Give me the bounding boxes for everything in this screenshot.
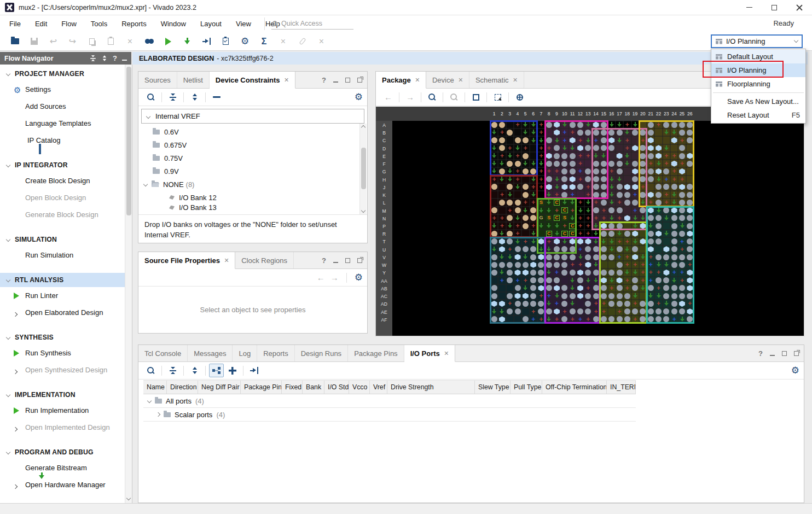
package-pin-cell[interactable]: + — [514, 230, 521, 237]
package-pin-cell[interactable] — [537, 160, 545, 167]
package-pin-cell[interactable]: C — [561, 207, 569, 214]
package-pin-cell[interactable]: + — [678, 176, 686, 183]
package-pin-cell[interactable] — [639, 253, 647, 261]
package-pin-cell[interactable]: + — [584, 230, 592, 237]
package-pin-cell[interactable] — [537, 222, 545, 230]
package-pin-cell[interactable] — [616, 316, 623, 323]
package-pin-cell[interactable] — [521, 230, 529, 237]
package-pin-cell[interactable] — [490, 308, 498, 316]
package-pin-cell[interactable] — [608, 152, 616, 160]
package-pin-cell[interactable] — [663, 128, 670, 136]
bottom-tab-design-runs[interactable]: Design Runs — [295, 345, 348, 361]
package-pin-cell[interactable] — [686, 316, 694, 323]
package-pin-cell[interactable] — [521, 167, 529, 175]
package-pin-cell[interactable] — [521, 222, 529, 230]
package-pin-cell[interactable] — [616, 128, 623, 136]
package-pin-cell[interactable]: + — [521, 277, 529, 284]
panel-minimize-button[interactable] — [333, 81, 338, 83]
package-pin-cell[interactable] — [569, 284, 576, 292]
package-pin-cell[interactable] — [670, 144, 678, 152]
package-pin-cell[interactable] — [490, 191, 498, 198]
package-pin-cell[interactable] — [490, 121, 498, 128]
package-pin-cell[interactable] — [537, 300, 545, 307]
package-pin-cell[interactable] — [600, 237, 607, 245]
package-pin-cell[interactable] — [616, 167, 623, 175]
package-pin-cell[interactable] — [678, 191, 686, 198]
package-pin-cell[interactable] — [561, 152, 569, 160]
package-pin-cell[interactable] — [545, 246, 553, 253]
package-pin-cell[interactable] — [647, 308, 654, 316]
package-pin-cell[interactable] — [639, 167, 647, 175]
package-pin-cell[interactable] — [498, 253, 506, 261]
package-pin-cell[interactable] — [530, 277, 537, 284]
package-pin-cell[interactable]: + — [631, 207, 639, 214]
package-pin-cell[interactable] — [639, 300, 647, 307]
package-pin-cell[interactable]: + — [647, 253, 654, 261]
package-pin-cell[interactable] — [639, 121, 647, 128]
package-pin-cell[interactable] — [561, 246, 569, 253]
package-pin-cell[interactable] — [631, 237, 639, 245]
package-pin-cell[interactable] — [506, 136, 514, 144]
package-pin-cell[interactable] — [545, 316, 553, 323]
package-pin-cell[interactable]: + — [514, 222, 521, 230]
package-pin-cell[interactable] — [623, 160, 631, 167]
package-pin-cell[interactable] — [616, 261, 623, 268]
panel-help-button[interactable]: ? — [322, 76, 326, 84]
package-pin-cell[interactable] — [654, 292, 662, 300]
package-pin-cell[interactable] — [569, 160, 576, 167]
help-icon[interactable]: ? — [113, 54, 117, 62]
package-pin-cell[interactable] — [663, 292, 670, 300]
package-pin-cell[interactable] — [600, 198, 607, 206]
package-pin-cell[interactable] — [663, 246, 670, 253]
package-pin-cell[interactable] — [530, 160, 537, 167]
layout-menu-item-i-o-planning[interactable]: I/O Planning — [711, 63, 805, 77]
package-tab-device[interactable]: Device× — [426, 72, 469, 88]
package-pin-cell[interactable] — [490, 268, 498, 276]
package-pin-cell[interactable] — [600, 230, 607, 237]
package-pin-cell[interactable] — [506, 261, 514, 268]
package-pin-cell[interactable] — [686, 253, 694, 261]
package-pin-cell[interactable] — [530, 121, 537, 128]
package-pin-cell[interactable] — [506, 167, 514, 175]
package-pin-cell[interactable] — [584, 308, 592, 316]
package-pin-cell[interactable]: + — [678, 277, 686, 284]
package-pin-cell[interactable] — [569, 308, 576, 316]
package-pin-cell[interactable] — [686, 191, 694, 198]
package-pin-cell[interactable] — [686, 246, 694, 253]
package-pin-cell[interactable]: + — [576, 160, 584, 167]
package-pin-cell[interactable] — [608, 277, 616, 284]
tree-item-0-6v[interactable]: 0.6V — [138, 125, 367, 138]
package-pin-cell[interactable] — [537, 253, 545, 261]
package-pin-cell[interactable] — [670, 284, 678, 292]
package-pin-cell[interactable]: + — [631, 300, 639, 307]
package-pin-cell[interactable] — [498, 268, 506, 276]
package-pin-cell[interactable]: + — [616, 198, 623, 206]
package-pin-cell[interactable] — [569, 300, 576, 307]
package-pin-cell[interactable] — [490, 144, 498, 152]
package-pin-cell[interactable]: + — [576, 246, 584, 253]
package-pin-cell[interactable] — [530, 230, 537, 237]
package-pin-cell[interactable]: + — [592, 198, 600, 206]
package-pin-cell[interactable] — [561, 253, 569, 261]
scroll-up-icon[interactable] — [361, 125, 366, 130]
package-pin-cell[interactable] — [561, 198, 569, 206]
package-pin-cell[interactable] — [647, 246, 654, 253]
package-pin-cell[interactable] — [639, 160, 647, 167]
package-pin-cell[interactable] — [490, 261, 498, 268]
package-pin-cell[interactable] — [663, 136, 670, 144]
package-pin-cell[interactable] — [600, 144, 607, 152]
package-pin-cell[interactable] — [537, 246, 545, 253]
package-pin-cell[interactable] — [592, 144, 600, 152]
package-pin-cell[interactable]: + — [584, 214, 592, 222]
close-icon[interactable]: × — [459, 75, 463, 84]
package-pin-cell[interactable]: + — [686, 300, 694, 307]
package-pin-cell[interactable] — [545, 222, 553, 230]
package-pin-cell[interactable] — [576, 183, 584, 191]
package-pin-cell[interactable] — [639, 284, 647, 292]
package-pin-cell[interactable]: + — [506, 300, 514, 307]
package-pin-cell[interactable] — [592, 316, 600, 323]
package-pin-cell[interactable] — [608, 160, 616, 167]
package-pin-cell[interactable] — [569, 121, 576, 128]
flow-item-open-elaborated-design[interactable]: Open Elaborated Design — [0, 304, 125, 321]
package-pin-cell[interactable]: + — [623, 253, 631, 261]
